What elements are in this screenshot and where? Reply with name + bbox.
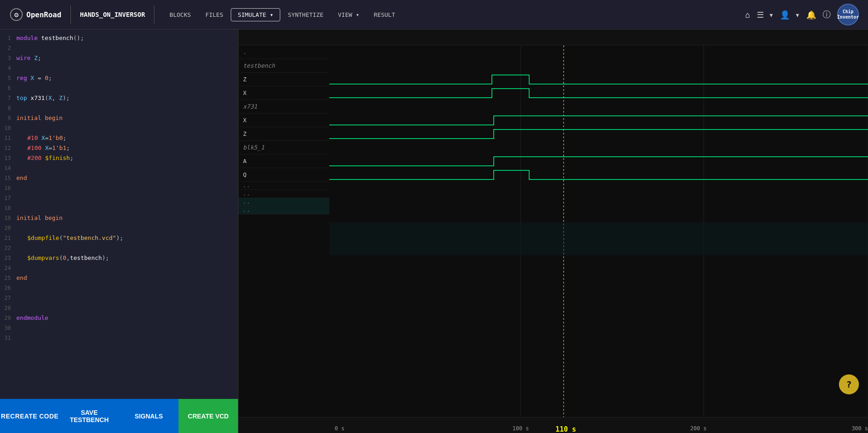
code-line-23: 23 $dumpvars(0,testbench); <box>0 253 238 263</box>
code-line-5: 5 reg X = 0; <box>0 73 238 83</box>
waveform-timeline-bottom: 0 s 100 s 110 s 200 s 300 s <box>238 417 868 433</box>
signal-A-label: A <box>238 154 329 168</box>
svg-rect-5 <box>329 239 868 255</box>
nav-blocks[interactable]: BLOCKS <box>163 8 198 21</box>
create-vcd-button[interactable]: CREATE VCD <box>179 399 238 433</box>
waveform-panel: 0 s 100 s 110 s 200 s 300 s . testbench … <box>238 30 868 433</box>
app-logo[interactable]: ⚙ OpenRoad <box>5 8 67 21</box>
app-name: OpenRoad <box>26 10 61 19</box>
code-line-4: 4 <box>0 63 238 73</box>
code-line-11: 11 #10 X=1'b0; <box>0 133 238 143</box>
bottom-buttons: RECREATE CODE SAVETESTBENCH SIGNALS CREA… <box>0 399 238 433</box>
waveform-tracks <box>329 45 868 417</box>
user-icon[interactable]: 👤 ▾ <box>780 10 800 20</box>
code-line-16: 16 <box>0 183 238 193</box>
code-line-25: 25 end <box>0 273 238 283</box>
gear-icon: ⚙ <box>10 8 23 21</box>
signal-labels: . testbench Z X x731 X Z blk5_1 A Q .. .… <box>238 45 329 417</box>
nav-synthetize[interactable]: SYNTHETIZE <box>281 8 330 21</box>
signal-dots2: .. <box>238 182 329 190</box>
signal-X-tb-label: X <box>238 86 329 100</box>
main-content: 1 module testbench(); 2 3 wire Z; 4 5 re… <box>0 30 868 433</box>
code-line-12: 12 #100 X=1'b1; <box>0 143 238 153</box>
help-button[interactable]: ? <box>839 374 859 394</box>
code-line-2: 2 <box>0 43 238 53</box>
nav-view[interactable]: VIEW ▾ <box>331 8 366 21</box>
code-line-27: 27 <box>0 293 238 303</box>
svg-rect-4 <box>329 223 868 239</box>
menu-icon[interactable]: ☰ ▾ <box>757 10 774 20</box>
code-line-3: 3 wire Z; <box>0 53 238 63</box>
waveform-body: . testbench Z X x731 X Z blk5_1 A Q .. .… <box>238 45 868 417</box>
nav-divider2 <box>154 5 154 24</box>
signal-Z-tb-label: Z <box>238 73 329 86</box>
code-line-7: 7 top x731(X, Z); <box>0 93 238 103</box>
nav-result[interactable]: RESULT <box>367 8 402 21</box>
waveform-svg <box>329 45 868 417</box>
waveform-timeline-top: 0 s 100 s 110 s 200 s 300 s <box>238 30 868 45</box>
code-line-20: 20 <box>0 223 238 233</box>
code-line-26: 26 <box>0 283 238 293</box>
code-panel: 1 module testbench(); 2 3 wire Z; 4 5 re… <box>0 30 238 433</box>
timeline-mark-110s-bot: 110 s <box>556 425 576 433</box>
nav-right-icons: ⌂ ☰ ▾ 👤 ▾ 🔔 ⓘ Chip Inventor <box>745 4 863 25</box>
home-icon[interactable]: ⌂ <box>745 10 750 20</box>
code-line-24: 24 <box>0 263 238 273</box>
code-line-8: 8 <box>0 103 238 113</box>
chip-inventor-logo: Chip Inventor <box>837 4 859 25</box>
code-line-9: 9 initial begin <box>0 113 238 123</box>
code-editor[interactable]: 1 module testbench(); 2 3 wire Z; 4 5 re… <box>0 30 238 399</box>
signal-dots5: .. <box>238 206 329 214</box>
bell-icon[interactable]: 🔔 <box>806 10 816 20</box>
code-line-30: 30 <box>0 323 238 333</box>
timeline-mark-100s-bot: 100 s <box>512 425 529 432</box>
signal-dots3: .. <box>238 190 329 198</box>
code-line-31: 31 <box>0 333 238 343</box>
code-line-19: 19 initial begin <box>0 213 238 223</box>
code-line-15: 15 end <box>0 173 238 183</box>
timeline-mark-300s-bot: 300 s <box>852 425 868 432</box>
timeline-mark-0s-bot: 0 s <box>335 425 345 432</box>
nav-simulate[interactable]: SIMULATE ▾ <box>231 8 280 21</box>
signal-testbench-label: testbench <box>238 59 329 73</box>
signal-Q-label: Q <box>238 168 329 182</box>
signals-button[interactable]: SIGNALS <box>119 399 179 433</box>
code-line-17: 17 <box>0 193 238 203</box>
project-name: HANDS_ON_INVERSOR <box>74 11 150 18</box>
code-line-6: 6 <box>0 83 238 93</box>
signal-Z-x731-label: Z <box>238 127 329 141</box>
info-icon[interactable]: ⓘ <box>823 9 831 20</box>
signal-x731-label: x731 <box>238 100 329 114</box>
nav-divider <box>70 5 71 24</box>
signal-blk5-label: blk5_1 <box>238 141 329 154</box>
nav-menu: BLOCKS FILES SIMULATE ▾ SYNTHETIZE VIEW … <box>163 8 402 21</box>
nav-files[interactable]: FILES <box>198 8 230 21</box>
recreate-code-button[interactable]: RECREATE CODE <box>0 399 60 433</box>
code-line-22: 22 <box>0 243 238 253</box>
timeline-mark-200s-bot: 200 s <box>690 425 707 432</box>
navbar: ⚙ OpenRoad HANDS_ON_INVERSOR BLOCKS FILE… <box>0 0 868 30</box>
code-line-14: 14 <box>0 163 238 173</box>
save-testbench-button[interactable]: SAVETESTBENCH <box>60 399 119 433</box>
signal-X-x731-label: X <box>238 114 329 127</box>
code-line-10: 10 <box>0 123 238 133</box>
code-line-21: 21 $dumpfile("testbench.vcd"); <box>0 233 238 243</box>
signal-dots4: .. <box>238 198 329 206</box>
code-line-1: 1 module testbench(); <box>0 33 238 43</box>
signal-dot1: . <box>238 45 329 59</box>
code-line-18: 18 <box>0 203 238 213</box>
code-line-13: 13 #200 $finish; <box>0 153 238 163</box>
code-line-29: 29 endmodule <box>0 313 238 323</box>
code-line-28: 28 <box>0 303 238 313</box>
